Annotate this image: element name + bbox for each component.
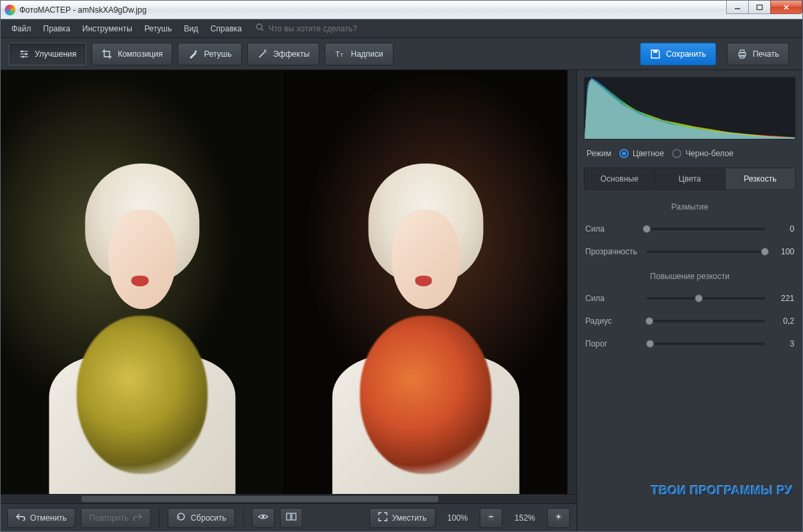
window-title: ФотоМАСТЕР - amNskXA9gDw.jpg: [19, 5, 727, 15]
minimize-button[interactable]: [726, 1, 749, 14]
undo-label: Отменить: [30, 513, 67, 523]
horizontal-scrollbar[interactable]: [1, 494, 577, 503]
slider-track[interactable]: [647, 342, 765, 345]
slider-value: 0,2: [772, 316, 794, 326]
reset-icon: [176, 512, 186, 523]
sidepanel: Режим Цветное Черно-белое Основные Цвета…: [577, 70, 802, 531]
mode-label: Режим: [587, 149, 611, 158]
sliders-icon: [19, 49, 29, 59]
slider-thumb[interactable]: [695, 294, 703, 302]
svg-rect-15: [287, 513, 291, 520]
tool-composition[interactable]: Композиция: [92, 43, 172, 65]
slider-value: 3: [772, 339, 794, 348]
slider-strength2: Сила 221: [584, 290, 796, 306]
mode-row: Режим Цветное Черно-белое: [584, 146, 796, 161]
menubar: Файл Правка Инструменты Ретушь Вид Справ…: [1, 19, 802, 38]
tool-enhance-label: Улучшения: [35, 49, 76, 59]
compare-icon: [286, 512, 297, 523]
menu-edit[interactable]: Правка: [38, 21, 76, 36]
app-icon: [5, 5, 15, 15]
canvas-area: Отменить Повторить Сбросить: [1, 70, 577, 531]
slider-strength1: Сила 0: [584, 221, 796, 237]
tool-retouch-label: Ретушь: [204, 49, 231, 59]
tool-effects[interactable]: Эффекты: [247, 43, 320, 65]
toolbar: Улучшения Композиция Ретушь Эффекты TT Н…: [1, 38, 802, 70]
menu-retouch[interactable]: Ретушь: [139, 21, 177, 36]
svg-rect-1: [757, 5, 762, 9]
sidepanel-tabs: Основные Цвета Резкость: [584, 168, 796, 190]
menu-file[interactable]: Файл: [6, 21, 37, 36]
tool-effects-label: Эффекты: [273, 49, 310, 59]
crop-icon: [102, 49, 112, 59]
save-icon: [650, 49, 661, 59]
zoom-base: 100%: [441, 513, 475, 523]
save-label: Сохранить: [666, 49, 706, 59]
titlebar: ФотоМАСТЕР - amNskXA9gDw.jpg: [1, 1, 802, 19]
reset-button[interactable]: Сбросить: [168, 508, 234, 528]
slider-label: Сила: [585, 224, 640, 234]
undo-icon: [16, 513, 25, 523]
redo-button[interactable]: Повторить: [81, 508, 152, 528]
tool-captions-label: Надписи: [351, 49, 383, 59]
menu-search-input[interactable]: [269, 24, 389, 33]
slider-track[interactable]: [647, 320, 765, 322]
undo-button[interactable]: Отменить: [7, 508, 75, 528]
svg-line-3: [261, 29, 263, 31]
minus-icon: [486, 512, 496, 523]
search-icon: [255, 23, 265, 34]
slider-thumb[interactable]: [646, 340, 654, 348]
canvas-view[interactable]: [1, 70, 577, 494]
close-button[interactable]: [770, 1, 802, 14]
zoom-current: 152%: [508, 513, 542, 523]
radio-color[interactable]: [619, 149, 629, 158]
svg-text:T: T: [340, 52, 343, 58]
vertical-scrollbar[interactable]: [567, 70, 577, 494]
slider-track[interactable]: [647, 228, 765, 230]
slider-label: Радиус: [585, 316, 640, 326]
tab-basic[interactable]: Основные: [585, 168, 655, 190]
scrollbar-thumb[interactable]: [82, 496, 438, 502]
svg-point-4: [21, 50, 23, 52]
slider-thumb[interactable]: [645, 317, 653, 325]
svg-point-14: [262, 515, 265, 518]
preview-toggle-button[interactable]: [252, 508, 275, 528]
slider-label: Прозрачность: [585, 247, 640, 256]
tool-captions[interactable]: TT Надписи: [325, 43, 393, 65]
tab-sharpness[interactable]: Резкость: [726, 168, 795, 190]
watermark: ТВОИ ПРОГРАММЫ РУ: [651, 484, 793, 498]
fit-button[interactable]: Уместить: [369, 508, 436, 528]
menu-tools[interactable]: Инструменты: [77, 21, 138, 36]
radio-color-label[interactable]: Цветное: [633, 149, 664, 158]
zoom-out-button[interactable]: [480, 508, 502, 528]
slider-label: Порог: [585, 339, 640, 348]
section-sharp: Повышение резкости: [584, 272, 796, 281]
tab-colors[interactable]: Цвета: [655, 168, 725, 190]
maximize-button[interactable]: [748, 1, 771, 14]
section-blur: Размытие: [584, 202, 796, 212]
tool-retouch[interactable]: Ретушь: [178, 43, 241, 65]
menu-view[interactable]: Вид: [178, 21, 204, 36]
reset-label: Сбросить: [190, 513, 226, 523]
slider-thumb[interactable]: [761, 248, 769, 256]
eye-icon: [258, 513, 269, 523]
compare-toggle-button[interactable]: [280, 508, 303, 528]
tool-composition-label: Композиция: [118, 49, 162, 59]
radio-bw[interactable]: [672, 149, 681, 158]
radio-bw-label[interactable]: Черно-белое: [685, 149, 734, 158]
slider-track[interactable]: [647, 250, 765, 253]
bottombar: Отменить Повторить Сбросить: [1, 503, 577, 531]
svg-text:T: T: [335, 50, 340, 58]
menu-help[interactable]: Справка: [205, 21, 247, 36]
slider-threshold: Порог 3: [584, 336, 796, 352]
print-button[interactable]: Печать: [727, 43, 789, 65]
save-button[interactable]: Сохранить: [640, 43, 716, 65]
svg-point-5: [25, 53, 27, 55]
zoom-in-button[interactable]: [547, 508, 570, 528]
print-icon: [737, 49, 748, 59]
slider-value: 221: [772, 294, 794, 303]
svg-rect-10: [653, 50, 657, 53]
tool-enhance[interactable]: Улучшения: [9, 43, 86, 65]
slider-label: Сила: [585, 294, 640, 303]
slider-track[interactable]: [647, 297, 765, 300]
slider-thumb[interactable]: [643, 225, 651, 233]
